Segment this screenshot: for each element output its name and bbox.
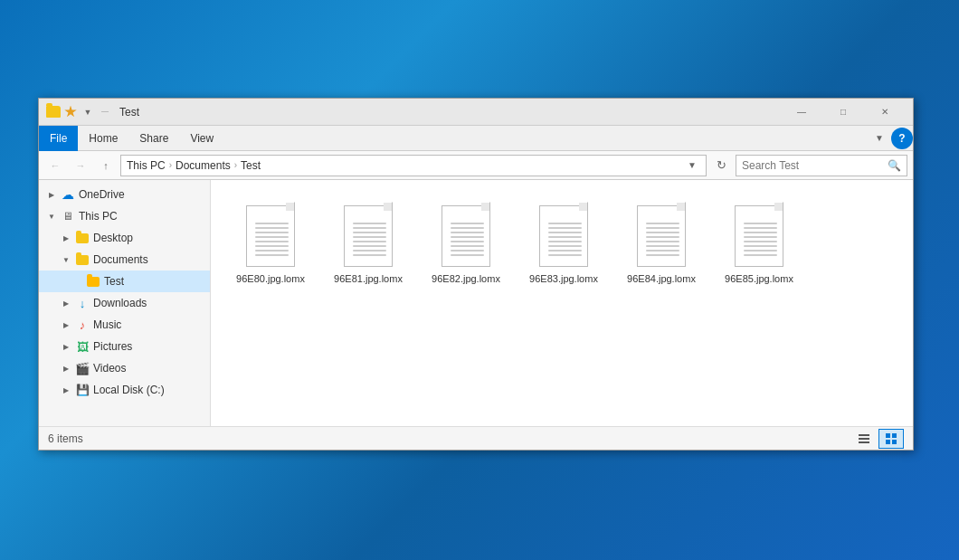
- onedrive-icon: ☁: [61, 187, 75, 202]
- file-label-3: 96E83.jpg.lomx: [529, 272, 598, 285]
- file-item-2[interactable]: 96E82.jpg.lomx: [421, 195, 511, 292]
- local-disk-expand-icon: [61, 384, 71, 395]
- computer-icon: 🖥: [61, 209, 75, 223]
- desktop-expand-icon: [61, 233, 71, 243]
- file-item-5[interactable]: 96E85.jpg.lomx: [714, 195, 804, 292]
- music-expand-icon: [61, 319, 71, 330]
- documents-folder-icon: [75, 252, 90, 267]
- downloads-expand-icon: [61, 298, 71, 308]
- file-label-1: 96E81.jpg.lomx: [334, 272, 403, 285]
- sidebar-item-downloads[interactable]: ↓ Downloads: [39, 292, 210, 314]
- search-input[interactable]: [742, 159, 884, 172]
- menu-file[interactable]: File: [39, 126, 78, 151]
- file-area: 96E80.jpg.lomx 9: [211, 180, 913, 426]
- disk-icon: 💾: [75, 383, 90, 397]
- file-icon-1: [341, 202, 395, 267]
- onedrive-expand-icon: [46, 189, 57, 200]
- sidebar-item-onedrive[interactable]: ☁ OneDrive: [39, 184, 210, 205]
- down-arrow-title-icon: ▼: [81, 105, 95, 119]
- file-icon-2: [439, 202, 493, 267]
- path-chevron-1: ›: [169, 160, 172, 170]
- path-this-pc[interactable]: This PC: [127, 159, 166, 172]
- pictures-expand-icon: [61, 341, 71, 352]
- menu-view[interactable]: View: [179, 126, 224, 151]
- refresh-button[interactable]: ↻: [710, 155, 732, 176]
- back-button[interactable]: ←: [44, 155, 66, 176]
- onedrive-label: OneDrive: [79, 188, 125, 201]
- sidebar-item-pictures[interactable]: 🖼 Pictures: [39, 336, 210, 357]
- downloads-icon: ↓: [75, 296, 90, 310]
- folder-title-icon: [46, 105, 61, 119]
- svg-rect-5: [886, 440, 890, 444]
- sidebar-item-documents[interactable]: Documents: [39, 249, 210, 271]
- search-icon[interactable]: 🔍: [888, 159, 901, 172]
- menu-share[interactable]: Share: [128, 126, 179, 151]
- file-item-0[interactable]: 96E80.jpg.lomx: [225, 195, 316, 292]
- status-bar: 6 items: [39, 426, 913, 450]
- file-icon-5: [732, 202, 786, 267]
- videos-expand-icon: [61, 363, 71, 374]
- file-icon-3: [536, 202, 591, 267]
- sidebar: ☁ OneDrive 🖥 This PC Desktop: [39, 180, 211, 426]
- downloads-label: Downloads: [93, 297, 147, 309]
- this-pc-label: This PC: [79, 210, 118, 223]
- desktop-folder-icon: [75, 231, 90, 245]
- close-button[interactable]: ✕: [864, 99, 906, 126]
- sidebar-item-test[interactable]: Test: [39, 271, 210, 292]
- music-label: Music: [93, 318, 121, 331]
- videos-icon: 🎬: [75, 361, 90, 375]
- sidebar-item-this-pc[interactable]: 🖥 This PC: [39, 205, 210, 227]
- pictures-label: Pictures: [93, 340, 132, 353]
- forward-button[interactable]: →: [70, 155, 91, 176]
- maximize-button[interactable]: □: [822, 99, 864, 126]
- file-label-5: 96E85.jpg.lomx: [725, 272, 793, 285]
- this-pc-expand-icon: [46, 211, 57, 222]
- large-icons-view-icon: [885, 432, 897, 445]
- local-disk-label: Local Disk (C:): [93, 384, 165, 396]
- svg-rect-3: [886, 433, 890, 438]
- details-view-icon: [858, 432, 870, 445]
- file-item-4[interactable]: 96E84.jpg.lomx: [616, 195, 707, 292]
- file-item-1[interactable]: 96E81.jpg.lomx: [323, 195, 413, 292]
- svg-rect-6: [892, 440, 897, 444]
- file-label-4: 96E84.jpg.lomx: [627, 272, 696, 285]
- window-controls: — □ ✕: [781, 99, 906, 126]
- file-icon-0: [243, 202, 298, 267]
- up-button[interactable]: ↑: [95, 155, 117, 176]
- sidebar-item-music[interactable]: ♪ Music: [39, 314, 210, 336]
- svg-rect-4: [892, 433, 897, 438]
- explorer-window: ▼ Test — □ ✕ File Home Share View ▼ ? ← …: [38, 98, 914, 451]
- path-test[interactable]: Test: [241, 159, 261, 172]
- title-bar: ▼ Test — □ ✕: [39, 99, 913, 126]
- music-icon: ♪: [75, 318, 90, 332]
- documents-expand-icon: [61, 254, 71, 265]
- sidebar-item-local-disk[interactable]: 💾 Local Disk (C:): [39, 379, 210, 401]
- menu-home[interactable]: Home: [78, 126, 128, 151]
- files-grid: 96E80.jpg.lomx 9: [211, 180, 913, 426]
- menu-chevron-icon: ▼: [875, 133, 888, 143]
- svg-rect-1: [859, 438, 869, 440]
- svg-rect-0: [859, 434, 869, 436]
- menu-bar: File Home Share View ▼ ?: [39, 126, 913, 151]
- title-separator: [101, 111, 109, 112]
- minimize-button[interactable]: —: [781, 99, 822, 126]
- address-path[interactable]: This PC › Documents › Test ▼: [120, 155, 707, 176]
- path-dropdown-icon[interactable]: ▼: [684, 160, 700, 170]
- quick-access-title-icon: [63, 105, 78, 119]
- file-icon-4: [634, 202, 688, 267]
- large-icons-view-button[interactable]: [878, 429, 904, 449]
- help-button[interactable]: ?: [891, 128, 913, 149]
- details-view-button[interactable]: [851, 429, 877, 449]
- path-chevron-2: ›: [234, 160, 237, 170]
- documents-label: Documents: [93, 253, 148, 266]
- videos-label: Videos: [93, 362, 126, 375]
- path-documents[interactable]: Documents: [176, 159, 231, 172]
- svg-rect-2: [859, 441, 869, 443]
- window-title: Test: [119, 106, 781, 119]
- sidebar-item-videos[interactable]: 🎬 Videos: [39, 357, 210, 379]
- file-item-3[interactable]: 96E83.jpg.lomx: [518, 195, 609, 292]
- sidebar-item-desktop[interactable]: Desktop: [39, 227, 210, 249]
- address-bar: ← → ↑ This PC › Documents › Test ▼ ↻ 🔍: [39, 151, 913, 180]
- test-folder-icon: [86, 274, 100, 289]
- test-label: Test: [104, 275, 124, 288]
